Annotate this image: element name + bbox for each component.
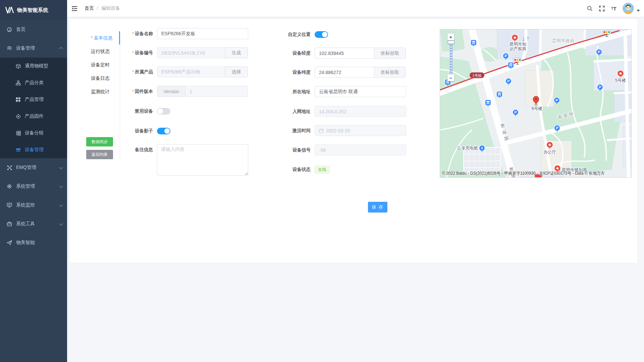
field-label: 设备经度 bbox=[274, 50, 311, 56]
longitude-input[interactable] bbox=[319, 51, 370, 56]
sidebar-item-system-mgmt[interactable]: 系统管理 bbox=[0, 177, 67, 196]
tab-device-log[interactable]: 设备日志 bbox=[91, 71, 119, 85]
grid-icon bbox=[15, 97, 21, 102]
form-row-firmware: *固件版本 Version bbox=[116, 86, 248, 97]
chevron-down-icon bbox=[59, 203, 63, 206]
tab-label: 监测统计 bbox=[91, 89, 110, 94]
search-icon[interactable] bbox=[584, 0, 596, 17]
rssi-input-wrap bbox=[315, 144, 406, 156]
sidebar-item-label: 产品分类 bbox=[25, 80, 44, 86]
svg-text:识产权局: 识产权局 bbox=[509, 47, 526, 51]
sidebar-item-device-group[interactable]: 设备分组 bbox=[0, 125, 67, 141]
map-canvas: P bbox=[440, 29, 631, 177]
sidebar-item-product-mgmt[interactable]: 产品管理 bbox=[0, 91, 67, 108]
tab-run-status[interactable]: 运行状态 bbox=[91, 45, 119, 58]
breadcrumb-home[interactable]: 首页 bbox=[85, 5, 94, 11]
sidebar-item-label: 首页 bbox=[16, 26, 25, 33]
remark-textarea[interactable] bbox=[157, 144, 248, 176]
pick-latitude-button[interactable]: 坐标拾取 bbox=[374, 67, 406, 78]
form-row-custom-location: 自定义位置 bbox=[274, 31, 328, 38]
caret-down-icon[interactable] bbox=[637, 10, 640, 12]
svg-text:昆明市政府: 昆明市政府 bbox=[552, 38, 575, 43]
chevron-down-icon bbox=[59, 165, 63, 169]
zoom-slider-track[interactable] bbox=[450, 42, 452, 74]
field-label: *固件版本 bbox=[116, 88, 153, 95]
form-row-ip: 入网地址 bbox=[274, 106, 406, 117]
svg-text:办公厅: 办公厅 bbox=[543, 150, 556, 155]
sidebar-item-product-firmware[interactable]: 产品固件 bbox=[0, 108, 67, 125]
calendar-icon bbox=[319, 128, 324, 133]
device-name-input[interactable] bbox=[161, 31, 244, 37]
form-row-address: 所在地址 bbox=[274, 86, 406, 97]
avatar[interactable] bbox=[623, 3, 634, 14]
disable-device-toggle[interactable] bbox=[157, 108, 170, 115]
font-size-icon[interactable]: TT bbox=[608, 0, 620, 17]
sidebar-item-device-mgmt[interactable]: 设备管理 bbox=[0, 39, 67, 58]
tab-device-timer[interactable]: 设备定时 bbox=[91, 58, 119, 71]
product-input bbox=[161, 69, 221, 75]
breadcrumb-separator: / bbox=[97, 6, 98, 11]
form-row-latitude: 设备纬度 坐标拾取 bbox=[274, 67, 406, 78]
firmware-prefix: Version bbox=[157, 86, 185, 97]
sidebar-item-label: 通用物模型 bbox=[25, 63, 48, 69]
custom-location-toggle[interactable] bbox=[315, 31, 328, 38]
field-label: 入网地址 bbox=[274, 109, 311, 115]
form-row-activate-time: 激活时间 2022-03-15 bbox=[274, 125, 406, 136]
device-sn-group: 生成 bbox=[157, 47, 248, 58]
sidebar-item-label: 产品固件 bbox=[25, 113, 44, 119]
sidebar-item-wumei[interactable]: 物美智能 bbox=[0, 233, 67, 252]
required-mark: * bbox=[132, 31, 134, 36]
field-label: *设备名称 bbox=[116, 31, 153, 37]
save-button[interactable]: 保 存 bbox=[368, 202, 387, 213]
latitude-input[interactable] bbox=[319, 70, 370, 75]
briefcase-icon bbox=[7, 221, 12, 227]
zoom-in-icon[interactable]: + bbox=[447, 34, 454, 40]
sidebar-item-home[interactable]: 首页 bbox=[0, 20, 67, 39]
device-shadow-toggle[interactable] bbox=[157, 128, 170, 134]
device-name-input-wrap bbox=[157, 28, 248, 39]
collapse-sidebar-icon[interactable] bbox=[67, 0, 82, 17]
zoom-out-icon[interactable]: − bbox=[447, 74, 454, 81]
select-product-button[interactable]: 选择 bbox=[225, 66, 248, 77]
field-label: 设备状态 bbox=[274, 167, 311, 173]
pick-longitude-button[interactable]: 坐标拾取 bbox=[374, 48, 406, 59]
tab-label: 设备日志 bbox=[91, 75, 110, 81]
form-row-product: *所属产品 选择 bbox=[116, 66, 248, 77]
activate-time-value: 2022-03-15 bbox=[326, 128, 350, 133]
address-input[interactable] bbox=[319, 89, 402, 95]
sidebar-item-product-category[interactable]: 产品分类 bbox=[0, 74, 67, 91]
map-attribution: © 2022 Baidu - GS(2021)6026号 - 甲测资字11009… bbox=[442, 171, 605, 176]
back-to-list-button[interactable]: 返回列表 bbox=[86, 150, 113, 159]
sidebar-item-thing-model[interactable]: 通用物模型 bbox=[0, 58, 67, 74]
status-badge: 在线 bbox=[315, 166, 330, 174]
app-logo[interactable]: 物美智能系统 bbox=[0, 0, 67, 20]
bus-stop-icon bbox=[497, 92, 502, 98]
data-sync-button[interactable]: 数据同步 bbox=[86, 137, 113, 146]
zoom-slider-handle[interactable] bbox=[448, 41, 454, 44]
form-row-disable-device: 禁用设备 bbox=[116, 108, 170, 115]
generate-sn-button[interactable]: 生成 bbox=[225, 47, 248, 58]
metro-line-badge: 1号线 bbox=[470, 72, 484, 78]
field-label: *设备编号 bbox=[116, 50, 153, 56]
tab-label: 运行状态 bbox=[91, 49, 110, 54]
header-actions: TT bbox=[584, 0, 644, 17]
field-label: 设备信号 bbox=[274, 147, 311, 153]
sidebar-item-system-tools[interactable]: 系统工具 bbox=[0, 215, 67, 233]
ip-input bbox=[319, 109, 402, 114]
app-title: 物美智能系统 bbox=[17, 7, 48, 13]
sidebar-item-label: 系统工具 bbox=[16, 221, 35, 227]
tab-monitor-stats[interactable]: 监测统计 bbox=[91, 85, 119, 98]
svg-text:昆明市知: 昆明市知 bbox=[509, 42, 526, 47]
baidu-map[interactable]: P bbox=[440, 29, 632, 178]
field-label: 设备影子 bbox=[116, 128, 153, 134]
sidebar-item-system-monitor[interactable]: 系统监控 bbox=[0, 196, 67, 215]
sidebar-item-device-list[interactable]: 设备管理 bbox=[0, 141, 67, 158]
form-row-status: 设备状态 在线 bbox=[274, 166, 330, 174]
sidebar-item-emq[interactable]: EMQ管理 bbox=[0, 158, 67, 177]
firmware-input bbox=[190, 89, 244, 94]
tab-basic-info[interactable]: *基本信息 bbox=[91, 31, 119, 45]
svg-text:5号楼: 5号楼 bbox=[615, 78, 626, 83]
fullscreen-icon[interactable] bbox=[596, 0, 608, 17]
svg-text:云享充电桩: 云享充电桩 bbox=[457, 146, 478, 150]
send-icon bbox=[7, 240, 12, 245]
